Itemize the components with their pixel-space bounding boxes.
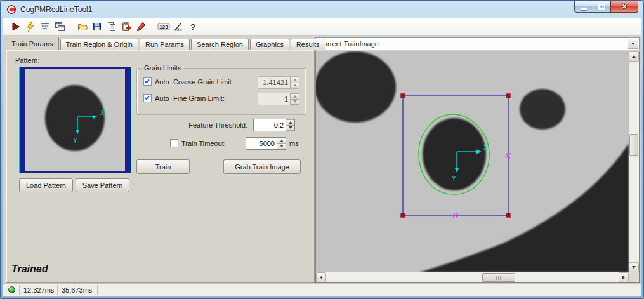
tab-train-params[interactable]: Train Params — [6, 37, 59, 50]
live-display-button[interactable] — [37, 20, 52, 34]
auto-fine-label: Auto — [155, 95, 169, 102]
train-image-viewport[interactable]: X Y — [316, 51, 629, 272]
auto-fine-checkbox[interactable] — [143, 94, 152, 102]
vertical-scroll-thumb[interactable] — [629, 134, 638, 156]
paste-button[interactable] — [119, 20, 133, 34]
spin-up-icon — [293, 79, 297, 81]
spin-down-button — [290, 83, 299, 89]
corner-handle[interactable] — [506, 213, 511, 218]
save-pattern-label: Save Pattern — [82, 182, 123, 189]
scroll-right-icon — [622, 276, 625, 279]
spin-down-button[interactable] — [286, 126, 294, 131]
spin-down-button[interactable] — [277, 144, 286, 150]
auto-coarse-checkbox[interactable] — [143, 77, 152, 86]
scroll-left-icon — [320, 276, 322, 279]
load-pattern-button[interactable]: Load Pattern — [19, 178, 73, 192]
train-timeout-input[interactable] — [246, 138, 277, 149]
open-file-button[interactable] — [75, 20, 89, 34]
help-icon: ? — [187, 21, 199, 32]
checkmark-icon — [145, 95, 150, 100]
copy-button[interactable] — [104, 20, 119, 34]
feature-threshold-input[interactable] — [254, 119, 286, 131]
coarse-grain-spinner — [290, 77, 299, 88]
trigger-button[interactable] — [23, 20, 37, 34]
fine-grain-limit-label: Fine Grain Limit: — [173, 95, 225, 102]
numbers-icon-text: 123 — [159, 24, 168, 30]
combo-arrow-button[interactable] — [628, 39, 638, 49]
chevron-down-icon — [631, 43, 635, 45]
axis-x-label: X — [483, 144, 488, 151]
help-icon-text: ? — [190, 22, 195, 32]
vertical-scrollbar[interactable] — [629, 51, 639, 272]
corner-handle[interactable] — [401, 94, 405, 98]
spin-down-icon — [289, 126, 292, 129]
app-icon — [6, 4, 16, 15]
coarse-grain-limit-field — [258, 76, 299, 89]
draw-button[interactable] — [133, 20, 148, 34]
save-pattern-button[interactable]: Save Pattern — [76, 178, 129, 192]
close-button[interactable] — [610, 1, 638, 13]
scroll-down-button[interactable] — [629, 262, 639, 272]
pattern-axis-x-label: X — [100, 109, 105, 116]
save-button[interactable] — [89, 20, 104, 34]
open-folder-icon — [77, 21, 88, 32]
maximize-button[interactable] — [593, 1, 611, 13]
scroll-right-button[interactable] — [619, 272, 629, 282]
fine-grain-limit-input — [258, 93, 290, 105]
spin-up-button — [290, 93, 299, 100]
spin-up-button[interactable] — [286, 119, 294, 126]
spin-up-button — [290, 77, 299, 83]
scroll-up-button[interactable] — [629, 51, 639, 62]
status-led-indicator — [8, 286, 15, 293]
minimize-icon — [581, 8, 587, 10]
corner-handle[interactable] — [506, 94, 511, 98]
checkmark-icon — [145, 79, 150, 84]
statusbar-separator — [97, 285, 98, 295]
pattern-image: X Y — [20, 67, 131, 173]
train-button[interactable]: Train — [136, 159, 190, 174]
scroll-left-button[interactable] — [316, 272, 326, 282]
tab-train-region-origin[interactable]: Train Region & Origin — [60, 39, 138, 50]
train-timeout-spinner — [277, 138, 286, 149]
angle-units-button[interactable] — [171, 20, 185, 34]
horizontal-scroll-thumb[interactable] — [482, 273, 515, 282]
maximize-icon — [598, 4, 605, 10]
fine-grain-spinner — [290, 93, 299, 105]
feature-threshold-field[interactable] — [253, 119, 295, 131]
train-timeout-label: Train Timeout: — [181, 140, 226, 147]
spin-down-icon — [293, 100, 297, 103]
total-time-text: 35.673ms — [62, 286, 92, 294]
pattern-label: Pattern: — [15, 56, 40, 64]
image-source-select[interactable]: Current.TrainImage — [315, 37, 640, 50]
image-source-value: Current.TrainImage — [319, 40, 379, 48]
run-tool-button[interactable] — [8, 20, 23, 34]
tab-run-params[interactable]: Run Params — [140, 39, 190, 50]
grab-train-image-button[interactable]: Grab Train Image — [223, 159, 301, 174]
run-icon — [10, 21, 22, 32]
tab-search-region[interactable]: Search Region — [191, 39, 249, 50]
new-window-button[interactable] — [52, 20, 67, 34]
toolbar: 123 ? — [3, 18, 641, 36]
precision-button[interactable]: 123 — [156, 20, 171, 34]
scrollbar-corner — [629, 272, 639, 282]
grab-train-image-label: Grab Train Image — [235, 163, 289, 171]
train-timeout-field[interactable] — [246, 137, 286, 150]
pen-icon — [135, 21, 147, 32]
tab-graphics[interactable]: Graphics — [250, 39, 289, 50]
tab-results[interactable]: Results — [291, 39, 325, 50]
spin-up-icon — [293, 95, 297, 98]
help-button[interactable]: ? — [185, 20, 200, 34]
titlebar: CogPMRedLineTool1 — [1, 1, 643, 18]
train-timeout-checkbox[interactable] — [170, 139, 178, 147]
minimize-button[interactable] — [574, 1, 593, 13]
spin-up-button[interactable] — [277, 138, 286, 144]
auto-coarse-label: Auto — [155, 78, 169, 86]
live-display-icon — [39, 21, 51, 32]
numbers-icon: 123 — [157, 21, 170, 32]
statusbar-separator — [57, 285, 58, 295]
trained-status: Trained — [11, 263, 48, 275]
train-image-view[interactable]: X Y — [316, 51, 629, 272]
corner-handle[interactable] — [401, 213, 405, 218]
horizontal-scrollbar[interactable] — [316, 272, 629, 282]
fine-grain-limit-field — [258, 93, 299, 105]
